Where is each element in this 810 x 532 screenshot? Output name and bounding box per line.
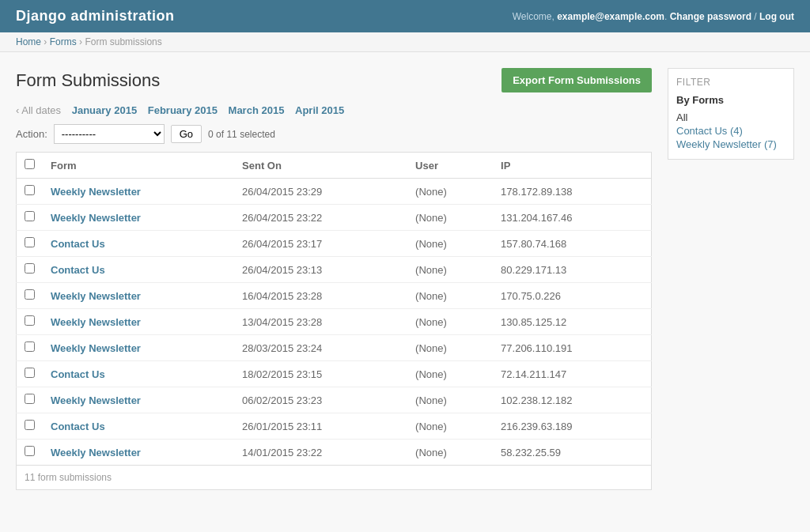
row-checkbox[interactable] (25, 420, 35, 430)
row-form: Weekly Newsletter (43, 440, 234, 466)
site-title: Django administration (16, 8, 175, 25)
row-checkbox[interactable] (25, 289, 35, 300)
form-link[interactable]: Weekly Newsletter (51, 290, 141, 302)
select-all-header[interactable] (17, 153, 44, 179)
user-info: Welcome, example@example.com. Change pas… (513, 11, 794, 22)
select-all-checkbox[interactable] (25, 159, 35, 169)
breadcrumb-home[interactable]: Home (16, 36, 41, 47)
row-sent-on: 13/04/2015 23:28 (234, 309, 407, 335)
table-row: Contact Us 26/04/2015 23:17 (None) 157.8… (17, 231, 652, 257)
row-checkbox[interactable] (25, 237, 35, 247)
row-checkbox-cell[interactable] (17, 257, 44, 283)
breadcrumb-forms[interactable]: Forms (50, 36, 77, 47)
date-filter-all[interactable]: ‹ All dates (16, 104, 61, 116)
row-checkbox-cell[interactable] (17, 361, 44, 387)
row-sent-on: 14/01/2015 23:22 (234, 440, 407, 466)
row-user: (None) (407, 440, 493, 466)
header: Django administration Welcome, example@e… (0, 0, 810, 32)
table-row: Weekly Newsletter 28/03/2015 23:24 (None… (17, 335, 652, 361)
change-password-link[interactable]: Change password (670, 11, 751, 22)
filter-link-contact[interactable]: Contact Us (4) (676, 124, 785, 138)
row-sent-on: 28/03/2015 23:24 (234, 335, 407, 361)
filter-title: Filter (676, 77, 785, 88)
row-user: (None) (407, 387, 493, 413)
row-user: (None) (407, 257, 493, 283)
form-link[interactable]: Weekly Newsletter (51, 342, 141, 354)
row-sent-on: 26/04/2015 23:17 (234, 231, 407, 257)
col-sent-on: Sent On (234, 153, 407, 179)
row-ip: 216.239.63.189 (493, 413, 651, 440)
date-filter-apr[interactable]: April 2015 (295, 104, 344, 116)
date-filter-jan[interactable]: January 2015 (72, 104, 137, 116)
row-checkbox[interactable] (25, 394, 35, 404)
export-button[interactable]: Export Form Submissions (502, 68, 652, 92)
date-filter-feb[interactable]: February 2015 (148, 104, 218, 116)
row-checkbox-cell[interactable] (17, 205, 44, 231)
by-forms-title: By Forms (676, 94, 785, 106)
main-content: Form Submissions Export Form Submissions… (16, 68, 652, 490)
row-checkbox-cell[interactable] (17, 283, 44, 309)
table-row: Contact Us 26/01/2015 23:11 (None) 216.2… (17, 413, 652, 440)
row-checkbox[interactable] (25, 446, 35, 456)
form-link[interactable]: Weekly Newsletter (51, 316, 141, 328)
row-form: Contact Us (43, 231, 234, 257)
row-form: Contact Us (43, 361, 234, 387)
go-button[interactable]: Go (171, 125, 202, 143)
row-form: Weekly Newsletter (43, 387, 234, 413)
row-sent-on: 16/04/2015 23:28 (234, 283, 407, 309)
row-user: (None) (407, 413, 493, 440)
breadcrumb: Home › Forms › Form submissions (0, 32, 810, 52)
row-ip: 130.85.125.12 (493, 309, 651, 335)
row-checkbox-cell[interactable] (17, 309, 44, 335)
row-user: (None) (407, 309, 493, 335)
row-checkbox[interactable] (25, 341, 35, 352)
form-link[interactable]: Weekly Newsletter (51, 447, 141, 458)
row-checkbox[interactable] (25, 368, 35, 378)
row-checkbox-cell[interactable] (17, 413, 44, 440)
form-link[interactable]: Weekly Newsletter (51, 394, 141, 406)
row-form: Weekly Newsletter (43, 283, 234, 309)
row-user: (None) (407, 179, 493, 205)
row-ip: 131.204.167.46 (493, 205, 651, 231)
submissions-count: 11 form submissions (25, 472, 112, 483)
form-link[interactable]: Weekly Newsletter (51, 212, 141, 224)
filter-item-all: All (676, 111, 785, 124)
row-checkbox-cell[interactable] (17, 231, 44, 257)
date-filter-mar[interactable]: March 2015 (229, 104, 285, 116)
form-link[interactable]: Contact Us (51, 421, 105, 432)
row-checkbox-cell[interactable] (17, 387, 44, 413)
row-ip: 80.229.171.13 (493, 257, 651, 283)
table-row: Weekly Newsletter 16/04/2015 23:28 (None… (17, 283, 652, 309)
row-ip: 77.206.110.191 (493, 335, 651, 361)
row-sent-on: 26/01/2015 23:11 (234, 413, 407, 440)
row-ip: 157.80.74.168 (493, 231, 651, 257)
row-checkbox-cell[interactable] (17, 179, 44, 205)
row-form: Weekly Newsletter (43, 309, 234, 335)
col-user: User (407, 153, 493, 179)
table-row: Weekly Newsletter 26/04/2015 23:22 (None… (17, 205, 652, 231)
row-ip: 72.14.211.147 (493, 361, 651, 387)
row-checkbox[interactable] (25, 315, 35, 326)
row-checkbox[interactable] (25, 211, 35, 221)
filter-link-all[interactable]: All (676, 111, 785, 124)
form-link[interactable]: Contact Us (51, 264, 105, 276)
content-title-bar: Form Submissions Export Form Submissions (16, 68, 652, 92)
row-ip: 170.75.0.226 (493, 283, 651, 309)
table-row: Weekly Newsletter 26/04/2015 23:29 (None… (17, 179, 652, 205)
row-checkbox-cell[interactable] (17, 335, 44, 361)
row-checkbox[interactable] (25, 185, 35, 195)
form-link[interactable]: Weekly Newsletter (51, 186, 141, 198)
row-ip: 58.232.25.59 (493, 440, 651, 466)
action-select[interactable]: ---------- (54, 124, 165, 144)
table-row: Contact Us 18/02/2015 23:15 (None) 72.14… (17, 361, 652, 387)
action-label: Action: (16, 128, 47, 140)
action-bar: Action: ---------- Go 0 of 11 selected (16, 124, 652, 144)
welcome-text: Welcome, (513, 11, 555, 22)
row-checkbox[interactable] (25, 263, 35, 274)
row-checkbox-cell[interactable] (17, 440, 44, 466)
logout-link[interactable]: Log out (759, 11, 794, 22)
filter-link-newsletter[interactable]: Weekly Newsletter (7) (676, 138, 785, 151)
form-link[interactable]: Contact Us (51, 368, 105, 380)
form-link[interactable]: Contact Us (51, 238, 105, 250)
table-row: Weekly Newsletter 06/02/2015 23:23 (None… (17, 387, 652, 413)
